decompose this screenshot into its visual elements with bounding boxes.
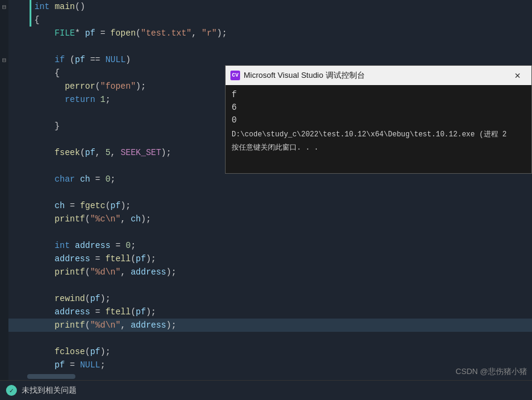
- collapse-indicator: [0, 133, 8, 146]
- punc: *: [75, 28, 80, 38]
- fn: perror: [65, 81, 95, 91]
- punc: ,: [121, 214, 125, 224]
- line-number: [8, 332, 30, 345]
- keyword: NULL: [80, 360, 101, 370]
- line-number: [8, 199, 30, 212]
- ws: [34, 214, 55, 224]
- var: pf: [75, 55, 85, 65]
- code-content: int main(): [31, 0, 532, 13]
- ws: [34, 95, 65, 104]
- fn: fclose: [55, 347, 85, 357]
- line-number: [8, 252, 30, 265]
- line-number: [8, 345, 30, 358]
- var: address: [55, 307, 90, 317]
- punc: ,: [121, 320, 125, 330]
- punc: );: [100, 294, 110, 303]
- punc: (: [85, 267, 90, 277]
- ws: [34, 174, 55, 184]
- status-text: 未找到相关问题: [22, 385, 77, 396]
- collapse-indicator: [0, 173, 8, 186]
- collapse-indicator: [0, 13, 8, 27]
- ws: [34, 68, 55, 78]
- fn: ftell: [106, 254, 131, 264]
- collapse-indicator: [0, 106, 8, 119]
- table-row: ch = fgetc(pf);: [0, 199, 532, 212]
- collapse-indicator: [0, 93, 8, 106]
- line-number: [8, 146, 30, 159]
- code-content: address = ftell(pf);: [31, 252, 532, 265]
- console-icon-label: CV: [232, 72, 239, 78]
- num: 1: [100, 95, 105, 104]
- punc: ,: [110, 148, 115, 157]
- line-number: [8, 119, 30, 133]
- fn: rewind: [55, 294, 85, 303]
- scrollbar-thumb[interactable]: [27, 374, 75, 379]
- punctuation: {: [34, 15, 39, 25]
- keyword: int: [34, 2, 49, 11]
- collapse-indicator: [0, 119, 8, 133]
- ws: [34, 360, 55, 370]
- line-number: [8, 305, 30, 319]
- code-content: printf("%d\n", address);: [31, 265, 532, 279]
- punc: (: [80, 148, 85, 157]
- fn: ftell: [106, 307, 131, 317]
- line-number: [8, 53, 30, 66]
- line-number: [8, 40, 30, 53]
- output-text: f: [232, 89, 236, 101]
- line-number: [8, 292, 30, 305]
- code-content: [31, 226, 532, 239]
- ws: [34, 55, 55, 65]
- punc: (: [131, 254, 136, 264]
- line-number: [8, 279, 30, 292]
- punc: (: [136, 28, 141, 38]
- path-text2: 按任意键关闭此窗口. . .: [232, 144, 318, 152]
- punc: ,: [192, 28, 197, 38]
- ws: [34, 241, 55, 250]
- collapse-indicator: [0, 239, 8, 252]
- punc: );: [166, 267, 176, 277]
- punc: ;: [106, 95, 110, 104]
- num: 0: [125, 241, 130, 250]
- ws: [34, 81, 65, 91]
- var: ch: [131, 214, 141, 224]
- collapse-indicator: [0, 226, 8, 239]
- table-row: [0, 40, 532, 53]
- table-row: char ch = 0;: [0, 173, 532, 186]
- check-mark: ✓: [10, 387, 14, 395]
- punctuation: (): [75, 2, 85, 11]
- code-content: [31, 279, 532, 292]
- var: pf: [110, 201, 121, 211]
- collapse-indicator[interactable]: ⊟: [0, 53, 8, 66]
- line-number: [8, 93, 30, 106]
- collapse-indicator: [0, 358, 8, 372]
- punc: );: [166, 320, 176, 330]
- line-number: [8, 80, 30, 93]
- table-row: address = ftell(pf);: [0, 305, 532, 319]
- collapse-indicator: [0, 332, 8, 345]
- str: "%d\n": [90, 320, 120, 330]
- collapse-indicator: [0, 305, 8, 319]
- console-path-line2: 按任意键关闭此窗口. . .: [232, 142, 525, 153]
- collapse-indicator: [0, 146, 8, 159]
- console-close-button[interactable]: ✕: [504, 66, 531, 85]
- collapse-indicator[interactable]: ⊟: [0, 0, 8, 13]
- console-window: CV Microsoft Visual Studio 调试控制台 ✕ f 6 0…: [225, 65, 532, 174]
- var: address: [131, 320, 166, 330]
- console-titlebar: CV Microsoft Visual Studio 调试控制台 ✕: [226, 66, 531, 85]
- table-row: printf("%d\n", address);: [0, 319, 532, 332]
- line-number: [8, 27, 30, 40]
- str: "%c\n": [90, 214, 120, 224]
- collapse-indicator: [0, 66, 8, 80]
- punc: (: [85, 214, 90, 224]
- num: 0: [106, 174, 110, 184]
- ws: [34, 347, 55, 357]
- ws: [34, 254, 55, 264]
- punc: (: [106, 201, 110, 211]
- code-content: ch = fgetc(pf);: [31, 199, 532, 212]
- op: =: [95, 254, 100, 264]
- watermark-text: CSDN @悲伤猪小猪: [455, 367, 527, 376]
- whitespace: [34, 28, 55, 38]
- collapse-indicator: [0, 40, 8, 53]
- code-content: printf("%d\n", address);: [31, 319, 532, 332]
- table-row: [0, 226, 532, 239]
